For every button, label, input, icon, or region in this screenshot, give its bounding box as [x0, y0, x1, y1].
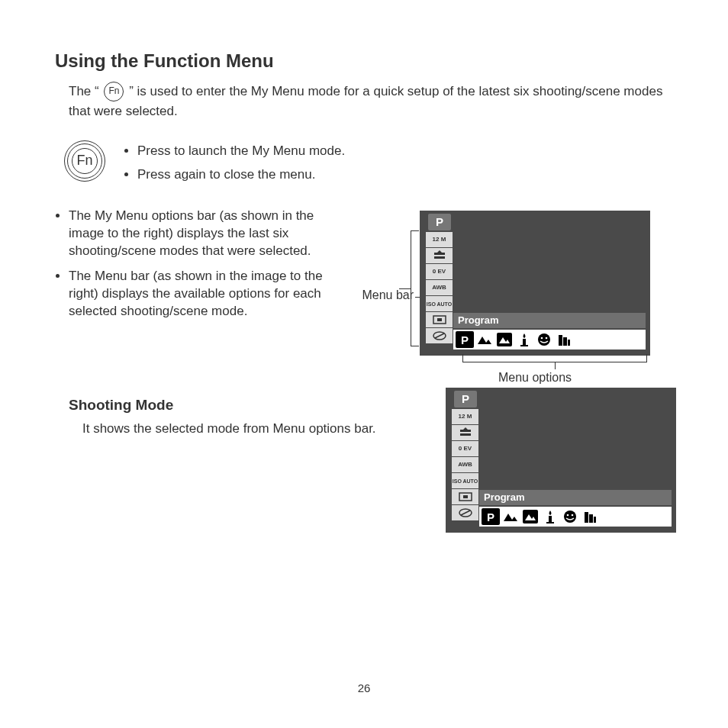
color-mode-icon	[426, 328, 453, 343]
svg-rect-21	[546, 522, 554, 523]
resolution-item: 12 M	[452, 409, 478, 424]
svg-rect-25	[585, 512, 588, 523]
quality-icon	[426, 248, 453, 263]
wb-item: AWB	[426, 280, 453, 295]
list-item: The My Menu options bar (as shown in the…	[69, 208, 345, 260]
shooting-mode-text: It shows the selected mode from Menu opt…	[82, 421, 436, 436]
svg-rect-17	[463, 495, 468, 498]
svg-rect-14	[460, 430, 471, 432]
fn-icon: Fn	[104, 82, 124, 101]
wb-item: AWB	[452, 457, 478, 472]
quality-icon	[452, 425, 478, 440]
menu-bar: P 12 M 0 EV AWB ISO AUTO	[452, 391, 479, 521]
mode-name-band: Program	[453, 313, 646, 328]
svg-rect-7	[520, 345, 528, 346]
page-number: 26	[0, 681, 728, 694]
fn-instructions: Press to launch the My Menu mode. Press …	[124, 140, 345, 188]
svg-point-24	[572, 514, 574, 517]
svg-rect-13	[568, 340, 570, 346]
shooting-mode-heading: Shooting Mode	[69, 397, 436, 414]
svg-rect-3	[437, 318, 442, 321]
landscape-icon	[475, 331, 494, 348]
ev-item: 0 EV	[426, 264, 453, 279]
program-icon: P	[482, 508, 500, 525]
svg-rect-26	[589, 514, 593, 523]
menu-options-bar: P	[453, 330, 646, 350]
intro-text-a: The “	[69, 84, 102, 98]
program-icon: P	[456, 331, 474, 348]
svg-point-9	[541, 337, 543, 340]
fn-button-illustration: Fn	[64, 140, 105, 182]
iso-item: ISO AUTO	[426, 296, 453, 311]
svg-rect-1	[434, 256, 445, 259]
intro-text-b: ” is used to enter the My Menu mode for …	[69, 84, 662, 118]
description-list: The My Menu options bar (as shown in the…	[55, 208, 345, 321]
svg-rect-15	[460, 433, 471, 436]
mode-indicator: P	[428, 214, 451, 230]
mode-name-band: Program	[479, 490, 672, 505]
svg-rect-0	[434, 253, 445, 255]
svg-rect-11	[559, 335, 562, 346]
menu-bar-bracket	[411, 230, 419, 346]
page-title: Using the Function Menu	[55, 50, 673, 72]
menu-options-bar: P	[479, 507, 672, 527]
list-item: The Menu bar (as shown in the image to t…	[69, 268, 345, 321]
svg-rect-6	[523, 339, 526, 345]
list-item: Press again to close the menu.	[137, 164, 345, 185]
iso-item: ISO AUTO	[452, 473, 478, 488]
mode-indicator: P	[454, 391, 477, 407]
svg-point-23	[567, 514, 569, 517]
svg-rect-20	[549, 516, 552, 522]
night-landscape-icon	[495, 331, 514, 348]
metering-icon	[452, 489, 478, 504]
metering-icon	[426, 312, 453, 327]
ev-item: 0 EV	[452, 441, 478, 456]
list-item: Press to launch the My Menu mode.	[137, 140, 345, 161]
building-icon	[581, 508, 599, 525]
fn-button-label: Fn	[76, 153, 92, 169]
night-landscape-icon	[521, 508, 540, 525]
candle-icon	[541, 508, 559, 525]
svg-point-8	[538, 333, 550, 346]
svg-point-10	[546, 337, 548, 340]
menu-options-label: Menu options	[420, 371, 650, 385]
landscape-icon	[501, 508, 520, 525]
smile-icon	[535, 331, 553, 348]
intro-paragraph: The “ Fn ” is used to enter the My Menu …	[69, 82, 673, 121]
svg-rect-27	[594, 517, 596, 523]
svg-point-22	[564, 511, 576, 523]
smile-icon	[561, 508, 579, 525]
building-icon	[555, 331, 573, 348]
camera-screen: P 12 M 0 EV AWB ISO AUTO Program	[420, 211, 650, 356]
candle-icon	[515, 331, 533, 348]
menu-bar: P 12 M 0 EV AWB ISO AUTO	[426, 214, 453, 344]
color-mode-icon	[452, 505, 478, 520]
camera-screen: P 12 M 0 EV AWB ISO AUTO Program	[446, 388, 676, 533]
svg-rect-12	[563, 337, 567, 346]
menu-options-bracket	[462, 354, 647, 362]
resolution-item: 12 M	[426, 232, 453, 247]
